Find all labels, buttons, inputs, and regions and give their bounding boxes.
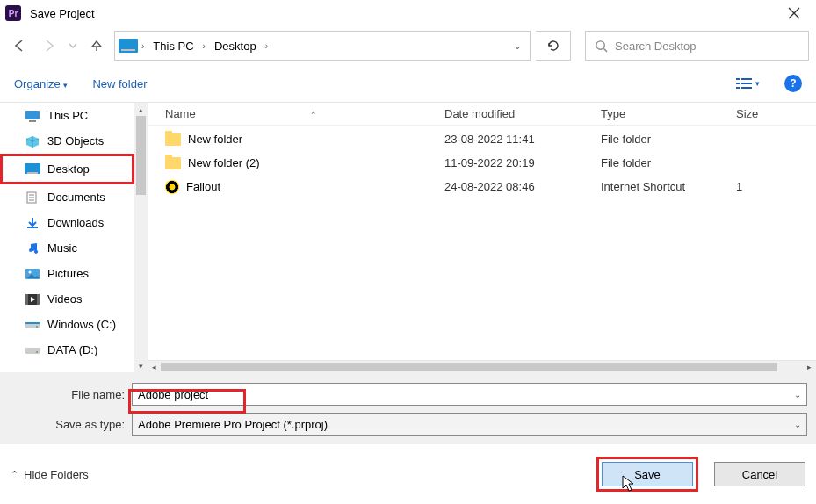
file-row[interactable]: New folder 23-08-2022 11:41 File folder [148,127,816,151]
videos-icon [25,293,40,306]
file-name-input[interactable]: Adobe project ⌄ [132,383,807,406]
svg-rect-19 [25,322,40,324]
sort-caret-icon: ⌃ [310,111,317,119]
nav-forward-icon [37,33,61,58]
file-row[interactable]: Fallout 24-08-2022 08:46 Internet Shortc… [148,175,816,198]
pictures-icon [25,268,40,280]
sidebar-item-label: Windows (C:) [47,318,116,331]
svg-rect-3 [736,83,740,84]
scrollbar-thumb[interactable] [136,116,146,195]
sidebar-item-drive-d[interactable]: DATA (D:) [0,337,134,363]
hide-folders-toggle[interactable]: ⌃ Hide Folders [11,468,89,481]
file-row[interactable]: New folder (2) 11-09-2022 20:19 File fol… [148,151,816,175]
documents-icon [25,191,40,204]
nav-tree: This PC 3D Objects Desktop Documents Dow… [0,103,148,372]
col-header-size[interactable]: Size [736,107,816,120]
sidebar-item-3d-objects[interactable]: 3D Objects [0,128,134,154]
sidebar-item-videos[interactable]: Videos [0,286,134,312]
file-date: 11-09-2022 20:19 [444,156,601,169]
view-options-button[interactable]: ▾ [736,77,760,90]
nav-back-icon[interactable] [7,33,32,58]
svg-rect-4 [741,83,752,84]
sidebar-item-label: Documents [47,191,105,204]
file-name: New folder [188,133,242,146]
svg-point-14 [29,270,32,273]
search-input[interactable]: Search Desktop [585,31,809,61]
dropdown-caret-icon[interactable]: ⌄ [794,420,801,429]
sidebar-item-downloads[interactable]: Downloads [0,210,134,235]
sidebar-item-label: Music [47,241,77,255]
svg-rect-7 [25,111,40,119]
sidebar-item-label: DATA (D:) [47,343,97,356]
scroll-up-icon[interactable]: ▴ [134,103,148,116]
svg-rect-1 [736,78,740,80]
search-placeholder: Search Desktop [615,40,697,53]
pc-icon [25,110,40,122]
cancel-button-label: Cancel [742,468,777,481]
sidebar-item-music[interactable]: Music [0,235,134,261]
save-as-type-select[interactable]: Adobe Premiere Pro Project (*.prproj) ⌄ [132,413,807,436]
sidebar-item-drive-c[interactable]: Windows (C:) [0,312,134,337]
file-date: 23-08-2022 11:41 [444,133,601,146]
file-list: New folder 23-08-2022 11:41 File folder … [148,126,816,198]
svg-point-20 [36,326,38,328]
nav-up-icon[interactable] [84,33,109,58]
breadcrumb-this-pc[interactable]: This PC [148,38,199,54]
chevron-up-icon: ⌃ [11,469,18,480]
sidebar-item-label: Desktop [47,162,90,176]
file-name: New folder (2) [188,156,260,169]
sidebar-item-label: 3D Objects [47,134,104,148]
sidebar-item-label: Pictures [47,267,89,280]
col-header-date[interactable]: Date modified [444,107,601,120]
column-headers: Name⌃ Date modified Type Size [148,103,816,126]
svg-rect-10 [27,172,38,174]
close-icon[interactable] [779,4,809,23]
dropdown-caret-icon[interactable]: ⌄ [794,390,801,400]
refresh-button[interactable] [536,31,571,61]
address-bar[interactable]: › This PC › Desktop › ⌄ [114,31,531,61]
svg-rect-12 [27,227,38,228]
scroll-left-icon[interactable]: ◂ [148,363,161,371]
svg-rect-16 [25,294,28,305]
desktop-icon [25,163,40,176]
file-type: File folder [601,133,736,146]
app-icon: Pr [5,5,21,21]
folder-icon [165,157,181,169]
sidebar-item-label: This PC [47,109,88,122]
new-folder-button[interactable]: New folder [92,77,147,90]
scrollbar-thumb[interactable] [161,363,777,371]
nav-recent-caret-icon[interactable] [67,33,79,58]
folder-icon [165,133,181,146]
chevron-right-icon[interactable]: › [265,41,268,51]
col-header-type[interactable]: Type [601,107,736,120]
cancel-button[interactable]: Cancel [714,462,805,486]
save-as-type-value: Adobe Premiere Pro Project (*.prproj) [138,418,328,431]
col-header-name[interactable]: Name⌃ [165,107,444,120]
shortcut-icon [165,180,179,194]
file-size: 1 [736,180,816,193]
organize-menu[interactable]: Organize ▾ [14,77,68,90]
sidebar-scrollbar[interactable]: ▴ ▾ [134,103,148,372]
sidebar-item-pictures[interactable]: Pictures [0,261,134,286]
help-button[interactable]: ? [784,75,802,92]
sidebar-item-documents[interactable]: Documents [0,184,134,210]
search-icon [595,40,608,53]
breadcrumb-desktop[interactable]: Desktop [209,38,262,54]
save-button[interactable]: Save [602,462,693,486]
file-type: Internet Shortcut [601,180,736,193]
svg-rect-17 [37,294,40,305]
location-desktop-icon [119,39,138,53]
scroll-down-icon[interactable]: ▾ [134,359,148,372]
view-list-icon [736,77,752,90]
address-history-caret-icon[interactable]: ⌄ [509,41,526,51]
sidebar-item-this-pc[interactable]: This PC [0,103,134,128]
chevron-right-icon[interactable]: › [141,41,144,51]
sidebar-item-desktop[interactable]: Desktop [0,154,134,184]
svg-rect-6 [741,87,752,89]
horizontal-scrollbar[interactable]: ◂ ▸ [148,360,816,372]
hide-folders-label: Hide Folders [24,468,89,481]
drive-icon [25,319,40,331]
chevron-right-icon[interactable]: › [203,41,206,51]
scroll-right-icon[interactable]: ▸ [803,363,816,371]
file-name-label: File name: [9,388,132,401]
